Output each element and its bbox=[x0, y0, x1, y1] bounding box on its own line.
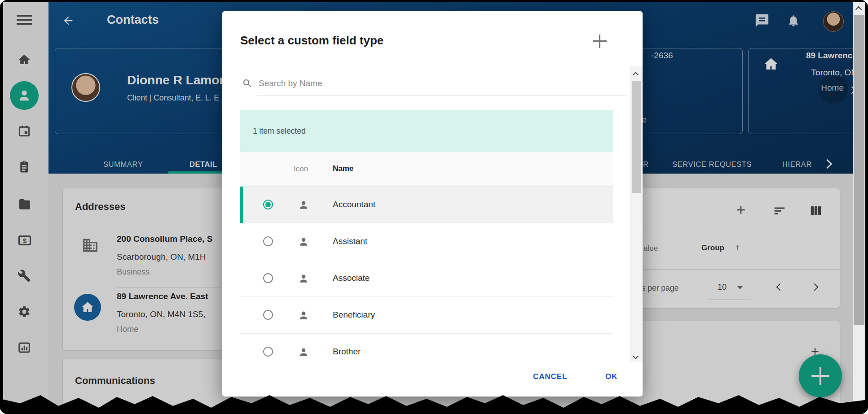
frame-bottom-torn-edge bbox=[0, 392, 868, 414]
person-icon bbox=[297, 235, 310, 248]
selection-banner-text: 1 item selected bbox=[253, 126, 306, 136]
select-field-type-dialog: Select a custom field type 1 item select… bbox=[222, 11, 643, 397]
radio-button[interactable] bbox=[263, 347, 273, 357]
radio-button[interactable] bbox=[263, 273, 273, 283]
option-label: Accountant bbox=[333, 200, 375, 209]
search-underline bbox=[257, 96, 627, 96]
dialog-title: Select a custom field type bbox=[240, 34, 383, 48]
option-row-accountant[interactable]: Accountant bbox=[240, 187, 613, 223]
person-icon bbox=[297, 272, 310, 285]
list-header-row: Icon Name bbox=[240, 152, 613, 187]
option-label: Brother bbox=[333, 347, 361, 357]
radio-button[interactable] bbox=[263, 236, 273, 246]
app-screen: Contacts Dionne R Lamont Client | Consul… bbox=[0, 0, 868, 414]
search-icon bbox=[242, 78, 253, 89]
option-label: Beneficiary bbox=[333, 310, 375, 320]
person-icon bbox=[297, 345, 310, 359]
option-row-associate[interactable]: Associate bbox=[240, 260, 613, 297]
scroll-up-chevron-icon[interactable] bbox=[634, 70, 638, 78]
column-header-icon: Icon bbox=[294, 165, 308, 174]
dialog-scrollbar-thumb[interactable] bbox=[632, 81, 641, 193]
selected-row-bar bbox=[240, 187, 243, 223]
frame-top bbox=[0, 0, 868, 2]
radio-button[interactable] bbox=[263, 310, 273, 320]
column-header-name: Name bbox=[333, 164, 353, 173]
field-type-list: Icon Name Accountant Assistant Associate bbox=[240, 152, 613, 359]
person-icon bbox=[297, 198, 310, 212]
frame-left bbox=[0, 0, 3, 414]
option-label: Assistant bbox=[333, 236, 367, 246]
dialog-add-icon[interactable] bbox=[593, 35, 607, 48]
option-label: Associate bbox=[333, 273, 370, 283]
selection-banner: 1 item selected bbox=[240, 110, 613, 152]
scroll-up-chevron-icon[interactable] bbox=[856, 5, 861, 13]
radio-button-selected[interactable] bbox=[263, 200, 273, 209]
cancel-button[interactable]: CANCEL bbox=[533, 372, 567, 381]
option-row-beneficiary[interactable]: Beneficiary bbox=[240, 297, 613, 334]
option-row-brother[interactable]: Brother bbox=[240, 334, 613, 359]
option-row-assistant[interactable]: Assistant bbox=[240, 223, 613, 260]
search-input[interactable] bbox=[258, 77, 614, 90]
page-scrollbar[interactable] bbox=[853, 0, 865, 414]
page-scrollbar-thumb[interactable] bbox=[854, 15, 864, 325]
frame-right bbox=[865, 0, 868, 414]
person-icon bbox=[297, 309, 310, 322]
scroll-down-chevron-icon[interactable] bbox=[634, 352, 638, 360]
ok-button[interactable]: OK bbox=[605, 372, 617, 381]
